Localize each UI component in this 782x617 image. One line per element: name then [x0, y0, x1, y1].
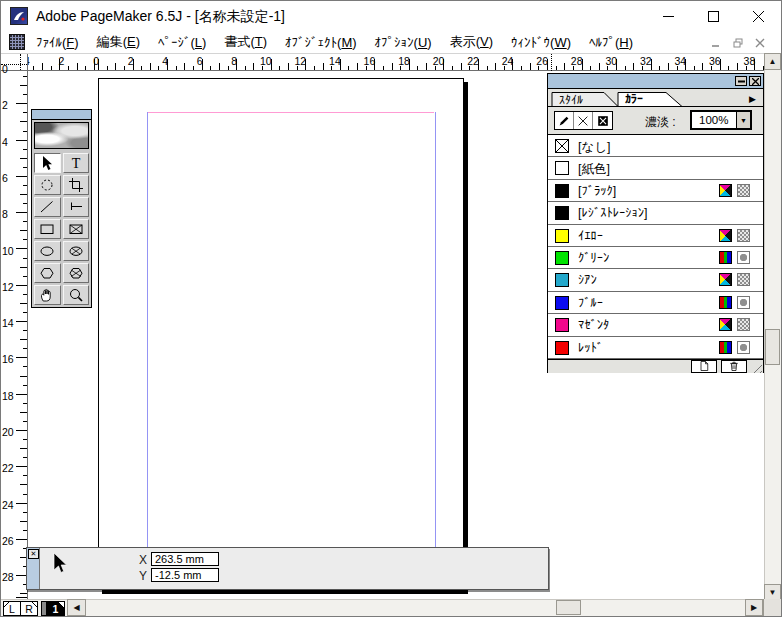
window-maximize-button[interactable] — [691, 1, 736, 31]
color-row[interactable]: ﾌﾞﾙｰ — [548, 292, 763, 314]
ellipse-frame-tool-icon — [68, 243, 84, 259]
x-coordinate-input[interactable] — [151, 552, 219, 566]
ruler-number: 22 — [2, 462, 16, 474]
menu-bar: ﾌｧｲﾙ(F)編集(E)ﾍﾟｰｼﾞ(L)書式(T)ｵﾌﾞｼﾞｪｸﾄ(M)ｵﾌﾟｼ… — [1, 31, 781, 54]
ruler-number: 14 — [321, 55, 341, 67]
control-palette-close-button[interactable] — [28, 549, 39, 559]
palette-resize-grip[interactable] — [750, 361, 762, 373]
polygon-tool[interactable] — [34, 263, 61, 283]
x-icon — [576, 114, 590, 128]
color-name: [ﾚｼﾞｽﾄﾚｰｼｮﾝ] — [578, 206, 647, 220]
color-row[interactable]: ｼｱﾝ — [548, 269, 763, 291]
rectangle-tool[interactable] — [34, 219, 61, 239]
horizontal-scrollbar-thumb[interactable] — [556, 600, 581, 615]
color-swatch — [555, 184, 569, 198]
menu-item[interactable]: 表示(V) — [441, 33, 502, 51]
master-page-right-icon[interactable]: R — [20, 601, 38, 616]
master-page-left-icon[interactable]: L — [3, 601, 21, 616]
spot-color-type-icon — [737, 296, 750, 309]
menu-item[interactable]: ﾌｧｲﾙ(F) — [27, 35, 88, 50]
color-row[interactable]: ｲｴﾛｰ — [548, 225, 763, 247]
toolbox-palette: T — [31, 109, 92, 308]
window-close-button[interactable] — [736, 1, 781, 31]
zoom-tool[interactable] — [63, 285, 90, 305]
menu-item[interactable]: ﾍﾙﾌﾟ(H) — [580, 35, 642, 50]
mdi-close-button[interactable] — [751, 35, 769, 50]
pagemaker-app-icon-glyph — [11, 8, 27, 24]
color-name: ﾏｾﾞﾝﾀ — [578, 318, 609, 332]
dropdown-arrow-icon[interactable] — [736, 112, 750, 128]
close-icon — [753, 11, 764, 22]
ruler-number: 4 — [2, 136, 16, 148]
constrained-line-tool-icon — [68, 199, 84, 215]
ruler-number: 4 — [148, 55, 168, 67]
ruler-number: 2 — [2, 99, 16, 111]
mdi-restore-icon — [733, 38, 743, 48]
scroll-up-button[interactable] — [764, 53, 781, 70]
ruler-number: 6 — [2, 172, 16, 184]
stroke-pencil-button[interactable] — [555, 112, 574, 129]
color-row[interactable]: ﾏｾﾞﾝﾀ — [548, 314, 763, 336]
color-swatch — [555, 161, 569, 175]
color-row[interactable]: [なし] — [548, 135, 763, 157]
window-minimize-button[interactable] — [646, 1, 691, 31]
color-swatch — [555, 318, 569, 332]
color-row[interactable]: [紙色] — [548, 157, 763, 179]
y-coordinate-input[interactable] — [151, 568, 219, 582]
color-row[interactable]: [ﾌﾞﾗｯｸ] — [548, 180, 763, 202]
menu-item[interactable]: ｵﾌﾟｼｮﾝ(U) — [366, 35, 441, 50]
color-row[interactable]: ﾚｯﾄﾞ — [548, 337, 763, 359]
ellipse-tool[interactable] — [34, 241, 61, 261]
minimize-icon — [663, 11, 674, 22]
palette-title-bar[interactable] — [548, 74, 763, 89]
palette-menu-arrow-button[interactable] — [745, 92, 760, 105]
rectangle-tool-icon — [39, 221, 55, 237]
tint-dropdown[interactable]: 100% — [690, 110, 752, 130]
fill-and-stroke-button[interactable] — [593, 112, 612, 129]
rotate-tool[interactable] — [34, 175, 61, 195]
pointer-tool[interactable] — [34, 153, 61, 173]
menu-item[interactable]: ｳｨﾝﾄﾞｳ(W) — [502, 35, 580, 50]
palette-close-button[interactable] — [749, 76, 761, 86]
spot-color-type-icon — [737, 251, 750, 264]
rectangle-frame-tool[interactable] — [63, 219, 90, 239]
delete-color-button[interactable] — [721, 360, 747, 373]
line-tool[interactable] — [34, 197, 61, 217]
ruler-number: 32 — [632, 55, 652, 67]
tab-styles[interactable]: ｽﾀｲﾙ — [559, 93, 583, 107]
polygon-frame-tool[interactable] — [63, 263, 90, 283]
color-row[interactable]: [ﾚｼﾞｽﾄﾚｰｼｮﾝ] — [548, 202, 763, 224]
color-row[interactable]: ｸﾞﾘｰﾝ — [548, 247, 763, 269]
menu-item[interactable]: ﾍﾟｰｼﾞ(L) — [149, 35, 215, 50]
tab-colors[interactable]: ｶﾗｰ — [625, 92, 643, 106]
ellipse-frame-tool[interactable] — [63, 241, 90, 261]
constrained-line-tool[interactable] — [63, 197, 90, 217]
ruler-number: 28 — [2, 571, 16, 583]
menu-item[interactable]: ｵﾌﾞｼﾞｪｸﾄ(M) — [276, 35, 366, 50]
ruler-number: 12 — [286, 55, 306, 67]
horizontal-scrollbar[interactable]: L R 1 — [1, 599, 782, 616]
fill-button[interactable] — [574, 112, 593, 129]
mdi-minimize-button[interactable] — [707, 35, 725, 50]
scroll-left-button[interactable] — [67, 599, 86, 616]
new-color-button[interactable] — [691, 360, 717, 373]
scroll-right-button[interactable] — [745, 599, 763, 616]
mdi-close-icon — [755, 38, 765, 48]
hand-tool[interactable] — [34, 285, 61, 305]
ruler-number: 16 — [2, 353, 16, 365]
text-tool[interactable]: T — [63, 153, 90, 173]
palette-bottom-bar — [548, 359, 763, 373]
vertical-scrollbar-thumb[interactable] — [765, 329, 780, 365]
current-page-icon[interactable]: 1 — [46, 601, 65, 616]
ruler-number: 26 — [2, 535, 16, 547]
crop-tool[interactable] — [63, 175, 90, 195]
toolbox-title-bar[interactable] — [32, 110, 91, 120]
palette-minimize-button[interactable] — [735, 76, 747, 86]
mdi-restore-button[interactable] — [729, 35, 747, 50]
document-icon[interactable] — [9, 34, 25, 50]
vertical-scrollbar[interactable] — [764, 53, 781, 601]
menu-item[interactable]: 書式(T) — [215, 33, 276, 51]
menu-item[interactable]: 編集(E) — [88, 33, 149, 51]
page-canvas[interactable] — [98, 78, 464, 590]
color-swatch — [555, 206, 569, 220]
